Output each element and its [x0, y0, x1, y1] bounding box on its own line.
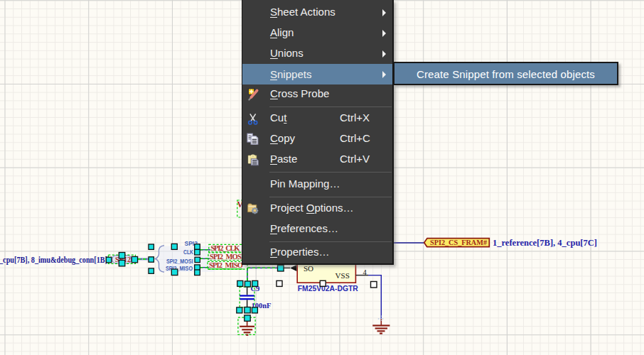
svg-text:SPI2_MISO: SPI2_MISO [209, 261, 243, 269]
svg-text:SPI2_CS_FRAM#: SPI2_CS_FRAM# [430, 239, 487, 246]
svg-text:CLK: CLK [183, 249, 193, 256]
svg-text:SO: SO [304, 264, 313, 273]
svg-text:VSS: VSS [336, 271, 350, 280]
svg-text:SPI2_MISO: SPI2_MISO [166, 266, 193, 272]
svg-text:SPI2_CLK: SPI2_CLK [211, 244, 241, 252]
svg-text:FM25V02A-DGTR: FM25V02A-DGTR [298, 284, 358, 293]
svg-text:_cpu[7B], 8_imu&debug_conn[1B]: _cpu[7B], 8_imu&debug_conn[1B] [0, 256, 107, 265]
svg-text:1_reference[7B], 4_cpu[7C]: 1_reference[7B], 4_cpu[7C] [493, 239, 597, 248]
svg-text:SPI2_MOSI: SPI2_MOSI [210, 253, 244, 261]
svg-text:SPI2_MOSI: SPI2_MOSI [166, 258, 193, 265]
